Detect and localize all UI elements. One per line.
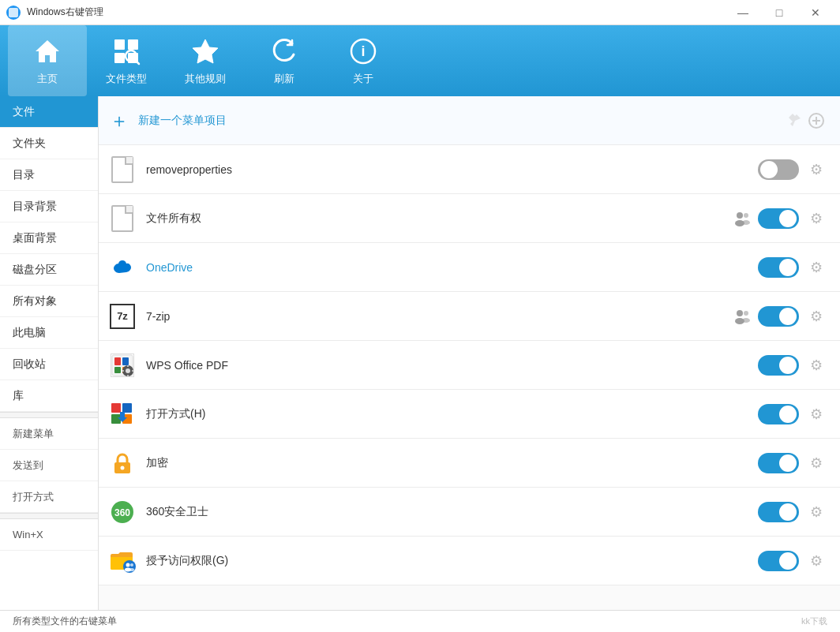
gear-encrypt[interactable]: ⚙ [805,452,827,474]
toggle-wps[interactable] [758,355,799,376]
svg-text:i: i [361,43,365,59]
menu-row-wps: WPS Office PDF ⚙ [99,341,840,390]
title-bar: Windows右键管理 — □ ✕ [0,0,840,25]
sidebar-item-folder[interactable]: 文件夹 [0,128,98,159]
svg-point-16 [744,213,748,218]
sidebar-item-partition[interactable]: 磁盘分区 [0,254,98,286]
toggle-360[interactable] [758,502,799,522]
toggle-knob [779,259,797,276]
onedrive-icon [108,253,137,282]
sidebar-item-thispc[interactable]: 此电脑 [0,317,98,349]
toggle-onedrive[interactable] [758,257,799,278]
wps-icon [108,351,137,380]
svg-point-28 [126,368,130,373]
main-container: 文件 文件夹 目录 目录背景 桌面背景 磁盘分区 所有对象 此电脑 回收站 库 [0,96,840,610]
about-icon: i [347,36,379,67]
svg-point-21 [742,318,750,323]
group-icon-fileowner [733,209,752,228]
gear-openwith[interactable]: ⚙ [805,403,827,425]
controls-encrypt: ⚙ [758,452,827,474]
360-icon: 360 [108,498,137,526]
svg-text:360: 360 [114,507,130,518]
menu-row-360: 360 360安全卫士 ⚙ [99,488,840,537]
sidebar-item-sendto[interactable]: 发送到 [0,450,98,481]
toolbar-item-home[interactable]: 主页 [8,25,87,96]
svg-line-7 [135,60,139,64]
toggle-grantaccess[interactable] [758,551,799,571]
lock-icon [108,449,137,477]
gear-wps[interactable]: ⚙ [805,354,827,376]
add-menu-item-row[interactable]: ＋ 新建一个菜单项目 [99,96,840,145]
sidebar-item-dirbg[interactable]: 目录背景 [0,191,98,223]
toolbar-filetype-label: 文件类型 [106,72,147,86]
gear-onedrive[interactable]: ⚙ [805,256,827,279]
toggle-removeproperties[interactable] [758,159,799,180]
toggle-encrypt[interactable] [758,453,799,473]
svg-rect-2 [114,39,125,50]
gear-7zip[interactable]: ⚙ [805,305,827,327]
add-label: 新建一个菜单项目 [138,114,227,128]
menu-row-encrypt: 加密 ⚙ [99,439,840,488]
sidebar-item-allobjects[interactable]: 所有对象 [0,286,98,317]
toolbar-refresh-label: 刷新 [274,72,294,86]
sidebar-item-recycle[interactable]: 回收站 [0,349,98,380]
menu-item-name-fileowner: 文件所有权 [146,211,733,226]
svg-marker-1 [36,40,59,62]
menu-list: ＋ 新建一个菜单项目 [99,96,840,585]
toggle-knob [779,406,797,423]
minimize-button[interactable]: — [725,0,761,25]
toggle-knob [779,503,797,521]
sidebar-item-directory[interactable]: 目录 [0,159,98,191]
svg-rect-0 [9,8,18,17]
menu-row-fileowner: 文件所有权 ⚙ [99,194,840,243]
toolbar-item-about[interactable]: i 关于 [324,25,403,96]
toolbar-item-filetype[interactable]: 文件类型 [87,25,166,96]
menu-row-openwith: 打开方式(H) ⚙ [99,390,840,439]
otherrules-icon [189,36,221,67]
app-icon [6,6,21,20]
gear-removeproperties[interactable]: ⚙ [805,159,827,181]
menu-row-grantaccess: 授予访问权限(G) ⚙ [99,537,840,585]
toggle-openwith[interactable] [758,404,799,424]
sidebar-item-newmenu[interactable]: 新建菜单 [0,418,98,450]
svg-rect-3 [128,39,138,50]
svg-rect-33 [111,403,121,413]
sidebar-item-deskbg[interactable]: 桌面背景 [0,223,98,254]
controls-fileowner: ⚙ [733,208,827,230]
svg-marker-8 [193,39,218,63]
toolbar-item-otherrules[interactable]: 其他规则 [166,25,245,96]
gear-fileowner[interactable]: ⚙ [805,208,827,230]
menu-row-removeproperties: removeproperties ⚙ [99,145,840,194]
controls-wps: ⚙ [758,354,827,376]
maximize-button[interactable]: □ [761,0,797,25]
foldershare-icon [108,547,137,575]
sidebar-item-openwith[interactable]: 打开方式 [0,481,98,513]
close-button[interactable]: ✕ [797,0,834,25]
svg-rect-25 [114,367,121,373]
controls-360: ⚙ [758,501,827,523]
home-icon [32,36,63,67]
controls-grantaccess: ⚙ [758,550,827,572]
controls-7zip: ⚙ [733,305,827,327]
toolbar-item-refresh[interactable]: 刷新 [245,25,324,96]
sidebar-item-winx[interactable]: Win+X [0,519,98,551]
svg-rect-23 [114,357,121,365]
svg-point-43 [126,563,130,567]
menu-row-onedrive: OneDrive ⚙ [99,243,840,292]
7zip-icon: 7z [108,302,137,331]
sidebar-item-library[interactable]: 库 [0,380,98,412]
toggle-knob [760,161,778,178]
svg-point-18 [737,310,743,316]
toggle-7zip[interactable] [758,306,799,327]
gear-grantaccess[interactable]: ⚙ [805,550,827,572]
svg-rect-4 [114,53,125,63]
add-icon: ＋ [108,110,130,132]
svg-point-17 [742,220,750,225]
menu-item-name-removeproperties: removeproperties [146,163,758,176]
toggle-fileowner[interactable] [758,208,799,229]
sidebar: 文件 文件夹 目录 目录背景 桌面背景 磁盘分区 所有对象 此电脑 回收站 库 [0,96,99,610]
gear-360[interactable]: ⚙ [805,501,827,523]
sidebar-item-file[interactable]: 文件 [0,96,98,128]
refresh-icon [268,36,300,67]
toolbar-home-label: 主页 [37,72,58,86]
